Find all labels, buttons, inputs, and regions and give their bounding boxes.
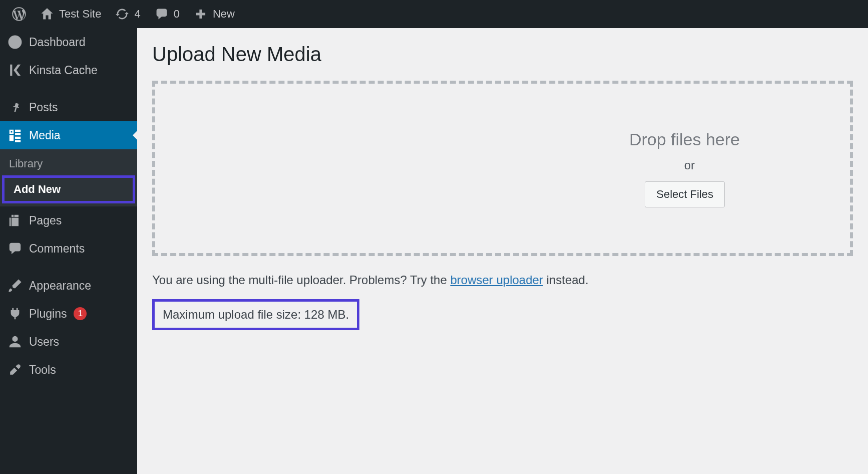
wordpress-icon: [12, 7, 26, 21]
sidebar-item-appearance[interactable]: Appearance: [0, 272, 137, 300]
site-name-label: Test Site: [59, 8, 101, 21]
drop-message: Drop files here: [629, 130, 740, 149]
wp-logo[interactable]: [5, 0, 33, 28]
updates-count: 4: [134, 8, 140, 21]
comments-count: 0: [174, 8, 180, 21]
admin-toolbar: Test Site 4 0 New: [0, 0, 868, 28]
menu-separator: [0, 263, 137, 272]
admin-sidebar: Dashboard Kinsta Cache Posts Media Libra…: [0, 28, 137, 474]
sidebar-item-label: Comments: [29, 242, 85, 256]
plug-icon: [8, 307, 22, 321]
sidebar-item-pages[interactable]: Pages: [0, 206, 137, 234]
sidebar-item-label: Pages: [29, 214, 62, 227]
sidebar-item-label: Users: [29, 335, 59, 349]
comments-icon: [8, 242, 22, 256]
media-icon: [8, 128, 22, 142]
upload-dropzone[interactable]: Drop files here or Select Files: [152, 81, 853, 256]
new-label: New: [213, 8, 235, 21]
update-icon: [115, 7, 129, 21]
info-text-before: You are using the multi-file uploader. P…: [152, 273, 450, 287]
sidebar-item-plugins[interactable]: Plugins 1: [0, 300, 137, 328]
comment-icon: [155, 7, 169, 21]
max-upload-size: Maximum upload file size: 128 MB.: [152, 299, 359, 330]
info-text-after: instead.: [543, 273, 589, 287]
dashboard-icon: [8, 35, 22, 49]
kinsta-icon: [8, 63, 22, 77]
sidebar-item-label: Media: [29, 129, 61, 142]
main-content: Upload New Media Drop files here or Sele…: [137, 28, 868, 474]
media-submenu: Library Add New: [0, 149, 137, 206]
pages-icon: [8, 213, 22, 227]
sidebar-item-posts[interactable]: Posts: [0, 93, 137, 121]
home-icon: [40, 7, 54, 21]
sidebar-item-tools[interactable]: Tools: [0, 356, 137, 384]
menu-separator: [0, 84, 137, 93]
sidebar-item-label: Plugins: [29, 307, 67, 321]
sidebar-item-kinsta[interactable]: Kinsta Cache: [0, 56, 137, 84]
select-files-button[interactable]: Select Files: [645, 181, 725, 207]
drop-or: or: [684, 158, 695, 172]
plugins-update-badge: 1: [74, 307, 87, 320]
wrench-icon: [8, 363, 22, 377]
brush-icon: [8, 279, 22, 293]
sidebar-item-media[interactable]: Media: [0, 121, 137, 149]
comments-link[interactable]: 0: [148, 0, 187, 28]
sidebar-item-label: Dashboard: [29, 36, 86, 49]
sidebar-subitem-library[interactable]: Library: [0, 152, 137, 175]
sidebar-item-dashboard[interactable]: Dashboard: [0, 28, 137, 56]
plus-icon: [194, 7, 208, 21]
new-content-link[interactable]: New: [187, 0, 242, 28]
sidebar-item-label: Kinsta Cache: [29, 64, 98, 77]
sidebar-item-label: Posts: [29, 101, 58, 114]
sidebar-subitem-add-new[interactable]: Add New: [2, 175, 135, 203]
pushpin-icon: [8, 100, 22, 114]
sidebar-item-users[interactable]: Users: [0, 328, 137, 356]
browser-uploader-link[interactable]: browser uploader: [450, 273, 543, 287]
page-title: Upload New Media: [152, 43, 853, 66]
site-name-link[interactable]: Test Site: [33, 0, 108, 28]
sidebar-item-label: Tools: [29, 363, 56, 377]
uploader-info: You are using the multi-file uploader. P…: [152, 273, 853, 287]
updates-link[interactable]: 4: [108, 0, 147, 28]
user-icon: [8, 335, 22, 349]
sidebar-item-label: Appearance: [29, 279, 91, 293]
sidebar-item-comments[interactable]: Comments: [0, 234, 137, 263]
